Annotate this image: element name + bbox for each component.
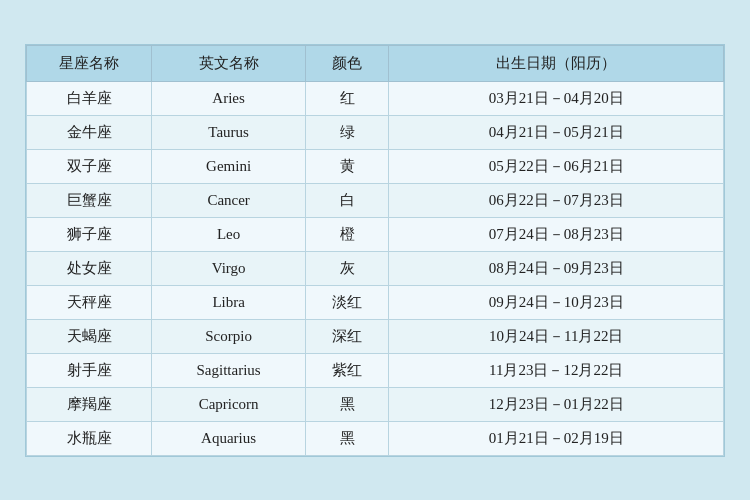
cell-english: Aquarius bbox=[152, 421, 305, 455]
cell-english: Scorpio bbox=[152, 319, 305, 353]
cell-color: 黑 bbox=[305, 421, 389, 455]
cell-chinese: 水瓶座 bbox=[27, 421, 152, 455]
cell-chinese: 巨蟹座 bbox=[27, 183, 152, 217]
cell-color: 红 bbox=[305, 81, 389, 115]
cell-date: 09月24日－10月23日 bbox=[389, 285, 724, 319]
table-row: 天秤座Libra淡红09月24日－10月23日 bbox=[27, 285, 724, 319]
cell-date: 06月22日－07月23日 bbox=[389, 183, 724, 217]
cell-date: 01月21日－02月19日 bbox=[389, 421, 724, 455]
cell-chinese: 白羊座 bbox=[27, 81, 152, 115]
cell-chinese: 双子座 bbox=[27, 149, 152, 183]
table-row: 狮子座Leo橙07月24日－08月23日 bbox=[27, 217, 724, 251]
header-date: 出生日期（阳历） bbox=[389, 45, 724, 81]
header-english: 英文名称 bbox=[152, 45, 305, 81]
cell-date: 10月24日－11月22日 bbox=[389, 319, 724, 353]
cell-color: 橙 bbox=[305, 217, 389, 251]
table-row: 射手座Sagittarius紫红11月23日－12月22日 bbox=[27, 353, 724, 387]
table-row: 摩羯座Capricorn黑12月23日－01月22日 bbox=[27, 387, 724, 421]
cell-english: Aries bbox=[152, 81, 305, 115]
cell-chinese: 狮子座 bbox=[27, 217, 152, 251]
zodiac-table: 星座名称 英文名称 颜色 出生日期（阳历） 白羊座Aries红03月21日－04… bbox=[26, 45, 724, 456]
table-row: 金牛座Taurus绿04月21日－05月21日 bbox=[27, 115, 724, 149]
table-row: 巨蟹座Cancer白06月22日－07月23日 bbox=[27, 183, 724, 217]
cell-date: 05月22日－06月21日 bbox=[389, 149, 724, 183]
cell-english: Capricorn bbox=[152, 387, 305, 421]
cell-color: 黄 bbox=[305, 149, 389, 183]
table-row: 水瓶座Aquarius黑01月21日－02月19日 bbox=[27, 421, 724, 455]
cell-chinese: 天蝎座 bbox=[27, 319, 152, 353]
cell-date: 11月23日－12月22日 bbox=[389, 353, 724, 387]
table-row: 白羊座Aries红03月21日－04月20日 bbox=[27, 81, 724, 115]
cell-chinese: 金牛座 bbox=[27, 115, 152, 149]
cell-english: Taurus bbox=[152, 115, 305, 149]
table-row: 处女座Virgo灰08月24日－09月23日 bbox=[27, 251, 724, 285]
cell-english: Sagittarius bbox=[152, 353, 305, 387]
table-body: 白羊座Aries红03月21日－04月20日金牛座Taurus绿04月21日－0… bbox=[27, 81, 724, 455]
cell-english: Leo bbox=[152, 217, 305, 251]
cell-color: 紫红 bbox=[305, 353, 389, 387]
cell-chinese: 摩羯座 bbox=[27, 387, 152, 421]
cell-english: Gemini bbox=[152, 149, 305, 183]
cell-color: 绿 bbox=[305, 115, 389, 149]
cell-english: Libra bbox=[152, 285, 305, 319]
cell-color: 淡红 bbox=[305, 285, 389, 319]
cell-color: 灰 bbox=[305, 251, 389, 285]
cell-color: 深红 bbox=[305, 319, 389, 353]
cell-date: 12月23日－01月22日 bbox=[389, 387, 724, 421]
cell-date: 08月24日－09月23日 bbox=[389, 251, 724, 285]
cell-chinese: 天秤座 bbox=[27, 285, 152, 319]
cell-color: 黑 bbox=[305, 387, 389, 421]
cell-english: Virgo bbox=[152, 251, 305, 285]
cell-date: 03月21日－04月20日 bbox=[389, 81, 724, 115]
cell-date: 07月24日－08月23日 bbox=[389, 217, 724, 251]
cell-chinese: 处女座 bbox=[27, 251, 152, 285]
table-row: 双子座Gemini黄05月22日－06月21日 bbox=[27, 149, 724, 183]
cell-english: Cancer bbox=[152, 183, 305, 217]
cell-chinese: 射手座 bbox=[27, 353, 152, 387]
cell-color: 白 bbox=[305, 183, 389, 217]
cell-date: 04月21日－05月21日 bbox=[389, 115, 724, 149]
table-row: 天蝎座Scorpio深红10月24日－11月22日 bbox=[27, 319, 724, 353]
table-header-row: 星座名称 英文名称 颜色 出生日期（阳历） bbox=[27, 45, 724, 81]
header-color: 颜色 bbox=[305, 45, 389, 81]
header-chinese: 星座名称 bbox=[27, 45, 152, 81]
zodiac-table-container: 星座名称 英文名称 颜色 出生日期（阳历） 白羊座Aries红03月21日－04… bbox=[25, 44, 725, 457]
